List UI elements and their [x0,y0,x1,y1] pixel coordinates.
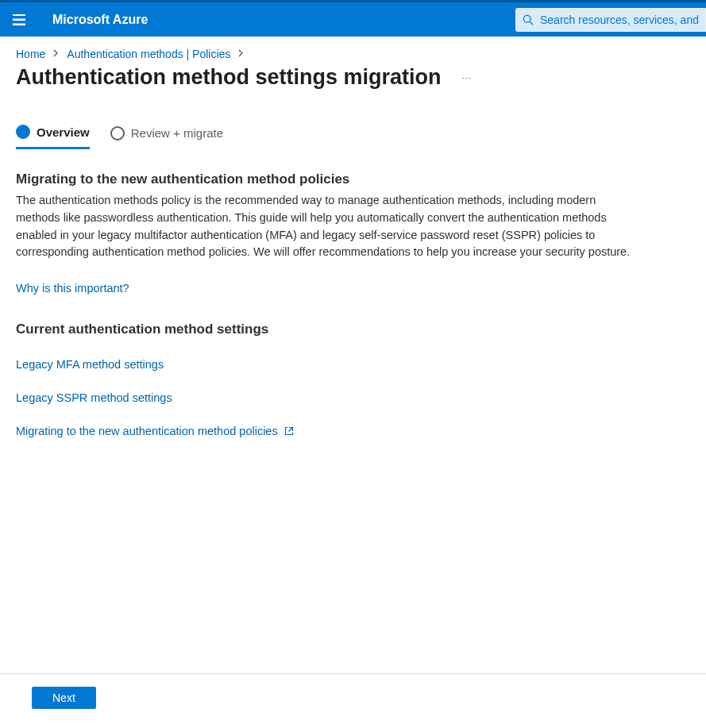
wizard-footer: Next [0,673,706,728]
menu-toggle[interactable] [0,2,38,37]
tab-review-migrate[interactable]: Review + migrate [110,125,223,149]
svg-rect-0 [13,14,25,16]
svg-line-4 [530,21,533,25]
breadcrumb-policies[interactable]: Authentication methods | Policies [67,48,230,60]
chevron-right-icon [53,49,59,59]
next-button[interactable]: Next [32,687,96,709]
tab-overview[interactable]: Overview [16,125,90,149]
legacy-mfa-link[interactable]: Legacy MFA method settings [16,358,164,371]
svg-point-3 [523,15,530,22]
global-search[interactable] [515,8,706,32]
top-header: Microsoft Azure [0,0,706,37]
why-important-link[interactable]: Why is this important? [16,282,129,295]
tab-label: Overview [37,125,90,139]
search-input[interactable] [540,13,699,26]
wizard-tabs: Overview Review + migrate [0,90,706,149]
section-heading-migrating: Migrating to the new authentication meth… [16,171,635,187]
step-indicator-icon [16,125,30,139]
brand-label: Microsoft Azure [38,13,148,27]
more-actions-button[interactable]: ··· [459,69,476,87]
svg-rect-1 [13,19,25,21]
svg-line-5 [288,428,292,432]
chevron-right-icon [238,49,244,59]
page-title-bar: Authentication method settings migration… [0,60,706,90]
migrating-doc-link[interactable]: Migrating to the new authentication meth… [16,425,294,437]
page-title: Authentication method settings migration [16,65,442,90]
step-indicator-icon [110,126,125,141]
section-body: The authentication methods policy is the… [16,192,635,261]
tab-label: Review + migrate [131,126,223,140]
breadcrumb: Home Authentication methods | Policies [0,37,706,60]
legacy-sspr-link[interactable]: Legacy SSPR method settings [16,391,172,404]
section-heading-current: Current authentication method settings [16,322,635,337]
breadcrumb-home[interactable]: Home [16,48,45,60]
svg-rect-2 [13,24,25,25]
external-link-icon [284,426,294,436]
main-content: Migrating to the new authentication meth… [0,149,651,437]
search-icon [523,14,534,25]
hamburger-icon [13,14,25,25]
link-text: Migrating to the new authentication meth… [16,425,278,437]
